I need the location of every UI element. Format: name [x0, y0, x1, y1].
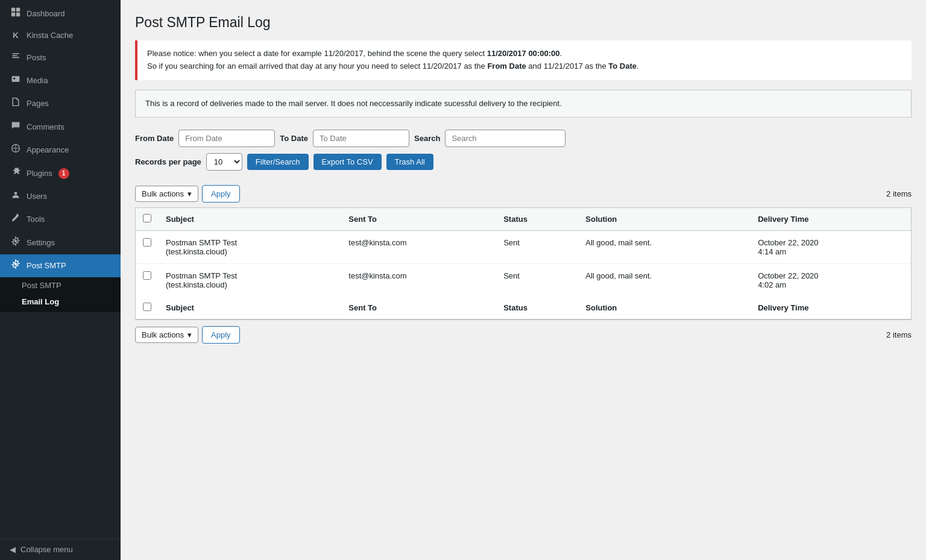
notice-info: This is a record of deliveries made to t… — [135, 90, 912, 118]
main-content: Post SMTP Email Log Please notice: when … — [121, 0, 926, 560]
row-solution: All good, mail sent. — [578, 264, 751, 297]
plugins-badge: 1 — [58, 168, 69, 179]
notice-error: Please notice: when you select a date fo… — [135, 40, 912, 80]
search-input[interactable] — [445, 130, 565, 147]
top-toolbar-left: Bulk actions ▾ Apply — [135, 185, 240, 203]
top-items-count: 2 items — [886, 189, 912, 198]
th-status: Status — [496, 208, 578, 231]
page-title: Post SMTP Email Log — [135, 14, 912, 31]
th-solution: Solution — [578, 208, 751, 231]
bulk-actions-top-chevron: ▾ — [187, 189, 192, 198]
svg-point-5 — [13, 78, 15, 80]
sidebar-item-label: Pages — [27, 98, 49, 109]
settings-icon — [10, 236, 22, 250]
sidebar-item-kinsta-cache[interactable]: K Kinsta Cache — [0, 25, 121, 46]
filter-row: From Date To Date Search — [135, 130, 912, 147]
tf-checkbox — [136, 297, 159, 319]
notice-error-line2: So if you searching for an email arrived… — [147, 61, 639, 71]
sidebar-item-label: Users — [27, 191, 47, 202]
svg-rect-3 — [16, 13, 20, 16]
email-log-table: Subject Sent To Status Solution Delivery… — [135, 207, 912, 320]
sidebar-item-post-smtp[interactable]: Post SMTP — [0, 254, 121, 277]
sidebar-item-dashboard[interactable]: Dashboard — [0, 2, 121, 25]
bulk-actions-bottom-chevron: ▾ — [187, 330, 192, 339]
trash-all-button[interactable]: Trash All — [386, 154, 433, 170]
table-footer-header-row: Subject Sent To Status Solution Delivery… — [136, 297, 911, 319]
users-icon — [10, 190, 22, 203]
sidebar-item-label: Settings — [27, 238, 55, 248]
bulk-actions-bottom-label: Bulk actions — [142, 330, 184, 339]
comments-icon — [10, 121, 22, 134]
bottom-items-count: 2 items — [886, 330, 912, 339]
to-date-input[interactable] — [313, 130, 409, 147]
sidebar-item-plugins[interactable]: Plugins 1 — [0, 162, 121, 185]
sidebar-sub-menu: Post SMTP Email Log — [0, 277, 121, 312]
bulk-actions-top-label: Bulk actions — [142, 189, 184, 198]
th-checkbox — [136, 208, 159, 231]
records-row: Records per page 10 25 50 100 Filter/Sea… — [135, 153, 912, 171]
row-checkbox-1[interactable] — [143, 271, 151, 280]
dashboard-icon — [10, 7, 22, 20]
svg-point-7 — [14, 192, 17, 195]
sidebar-item-appearance[interactable]: Appearance — [0, 139, 121, 162]
sidebar-item-pages[interactable]: Pages — [0, 92, 121, 115]
sidebar-item-label: Tools — [27, 214, 45, 225]
row-delivery-time: October 22, 2020 4:02 am — [751, 264, 911, 297]
sidebar-item-label: Post SMTP — [27, 260, 66, 271]
sidebar-sub-post-smtp[interactable]: Post SMTP — [0, 277, 121, 294]
row-status: Sent — [496, 264, 578, 297]
kinsta-icon: K — [10, 30, 22, 41]
sidebar-item-comments[interactable]: Comments — [0, 116, 121, 139]
sidebar-item-label: Plugins — [27, 168, 52, 179]
bottom-toolbar: Bulk actions ▾ Apply 2 items — [135, 320, 912, 346]
records-per-page-select[interactable]: 10 25 50 100 — [206, 153, 242, 171]
filter-search-button[interactable]: Filter/Search — [247, 154, 309, 170]
bulk-actions-top-select[interactable]: Bulk actions ▾ — [135, 186, 198, 202]
tf-sent-to: Sent To — [341, 297, 496, 319]
export-csv-button[interactable]: Export To CSV — [313, 154, 382, 170]
svg-rect-1 — [16, 8, 20, 11]
row-checkbox-cell — [136, 264, 159, 297]
sidebar-item-media[interactable]: Media — [0, 69, 121, 92]
tf-status: Status — [496, 297, 578, 319]
select-all-bottom-checkbox[interactable] — [143, 303, 151, 311]
table-row: Postman SMTP Test (test.kinsta.cloud) te… — [136, 264, 911, 297]
svg-rect-0 — [11, 8, 15, 11]
sidebar-item-settings[interactable]: Settings — [0, 231, 121, 254]
pages-icon — [10, 97, 22, 110]
tf-solution: Solution — [578, 297, 751, 319]
apply-bottom-button[interactable]: Apply — [202, 326, 240, 344]
svg-point-9 — [14, 263, 17, 265]
media-icon — [10, 74, 22, 87]
sidebar-item-label: Dashboard — [27, 8, 65, 19]
sidebar-item-label: Media — [27, 75, 48, 86]
apply-top-button[interactable]: Apply — [202, 185, 240, 203]
sidebar-item-tools[interactable]: Tools — [0, 208, 121, 231]
sidebar-item-label: Comments — [27, 122, 65, 133]
sidebar-item-label: Kinsta Cache — [27, 30, 73, 41]
post-smtp-icon — [10, 259, 22, 272]
from-date-input[interactable] — [178, 130, 275, 147]
select-all-checkbox[interactable] — [143, 214, 151, 222]
svg-rect-2 — [11, 13, 15, 16]
row-sent-to: test@kinsta.com — [341, 264, 496, 297]
bulk-actions-bottom-select[interactable]: Bulk actions ▾ — [135, 327, 198, 343]
notice-error-line1: Please notice: when you select a date fo… — [147, 49, 562, 58]
top-toolbar: Bulk actions ▾ Apply 2 items — [135, 180, 912, 207]
collapse-menu-button[interactable]: ◀ Collapse menu — [0, 538, 121, 560]
sidebar-item-users[interactable]: Users — [0, 185, 121, 208]
row-sent-to: test@kinsta.com — [341, 231, 496, 264]
table-row: Postman SMTP Test (test.kinsta.cloud) te… — [136, 231, 911, 264]
from-date-label: From Date — [135, 134, 174, 143]
sidebar-item-posts[interactable]: Posts — [0, 46, 121, 69]
svg-point-8 — [14, 240, 17, 242]
row-status: Sent — [496, 231, 578, 264]
tf-delivery-time: Delivery Time — [751, 297, 911, 319]
sidebar-item-label: Posts — [27, 52, 46, 63]
search-label: Search — [414, 134, 440, 143]
sidebar-sub-email-log[interactable]: Email Log — [0, 294, 121, 310]
sidebar-item-label: Appearance — [27, 145, 69, 156]
row-solution: All good, mail sent. — [578, 231, 751, 264]
row-checkbox-0[interactable] — [143, 238, 151, 247]
plugins-icon — [10, 167, 22, 180]
